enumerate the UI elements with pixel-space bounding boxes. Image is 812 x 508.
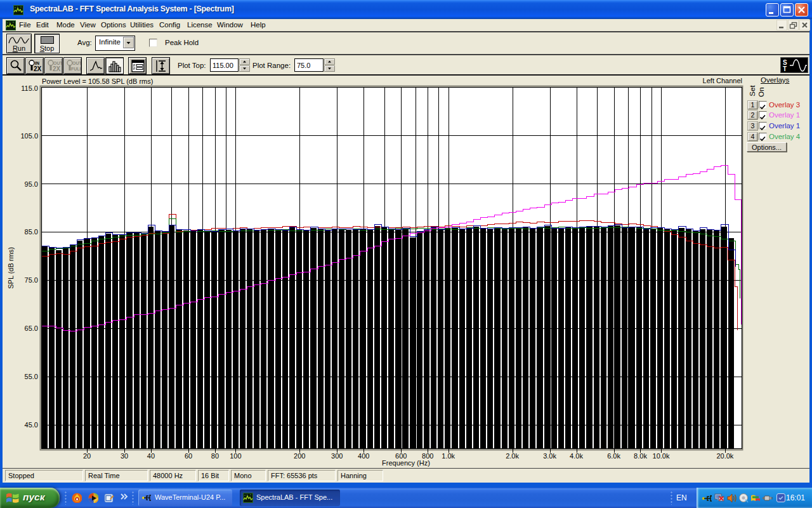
svg-text:20: 20: [83, 452, 91, 460]
svg-text:85.0: 85.0: [25, 228, 38, 236]
svg-text:30: 30: [121, 452, 128, 460]
svg-text:2X: 2X: [34, 65, 42, 72]
svg-text:80: 80: [211, 452, 219, 460]
svg-text:10.0k: 10.0k: [653, 452, 670, 460]
svg-text:6.0k: 6.0k: [607, 452, 620, 460]
svg-text:SPL (dB rms): SPL (dB rms): [7, 247, 15, 289]
svg-text:4.0k: 4.0k: [570, 452, 583, 460]
svg-text:20.0k: 20.0k: [716, 452, 733, 460]
svg-text:2.0k: 2.0k: [506, 452, 519, 460]
svg-text:T: T: [783, 65, 787, 72]
svg-text:60: 60: [185, 452, 192, 460]
svg-text:8.0k: 8.0k: [634, 452, 647, 460]
svg-text:2X: 2X: [53, 65, 61, 72]
svg-text:200: 200: [294, 452, 305, 460]
svg-text:55.0: 55.0: [25, 373, 38, 380]
svg-text:OUT: OUT: [53, 61, 62, 65]
svg-text:OUT: OUT: [72, 61, 81, 65]
svg-text:FULL: FULL: [71, 67, 81, 71]
svg-text:1.0k: 1.0k: [442, 452, 455, 460]
svg-text:300: 300: [331, 452, 343, 460]
svg-text:IN: IN: [35, 61, 39, 65]
svg-text:40: 40: [147, 452, 155, 460]
svg-text:Left Channel: Left Channel: [703, 77, 742, 84]
svg-text:75.0: 75.0: [25, 276, 38, 284]
svg-text:Power Level = 105.58 SPL (dB r: Power Level = 105.58 SPL (dB rms): [42, 77, 153, 85]
svg-text:100: 100: [230, 452, 241, 460]
svg-text:Frequency (Hz): Frequency (Hz): [382, 459, 430, 467]
svg-text:3.0k: 3.0k: [543, 452, 556, 460]
svg-text:95.0: 95.0: [25, 180, 38, 188]
svg-text:105.0: 105.0: [20, 132, 38, 140]
svg-text:115.0: 115.0: [21, 84, 38, 92]
svg-text:65.0: 65.0: [25, 324, 38, 332]
svg-text:45.0: 45.0: [25, 421, 38, 429]
svg-text:400: 400: [358, 452, 369, 460]
